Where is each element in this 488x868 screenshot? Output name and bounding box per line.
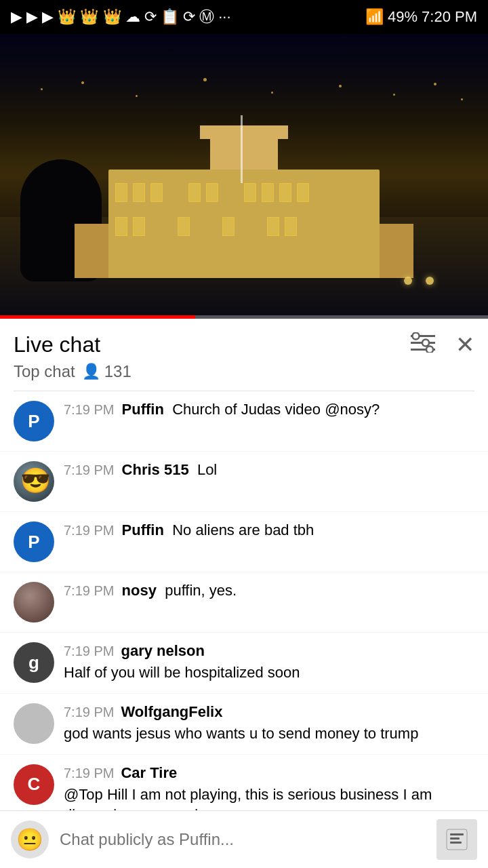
message-text: Church of Judas video @nosy? <box>172 401 380 418</box>
message-content: 7:19 PM Puffin No aliens are bad tbh <box>64 521 474 539</box>
message-author: WolfgangFelix <box>121 703 222 721</box>
message-time: 7:19 PM <box>64 766 114 781</box>
status-bar: ▶ ▶ ▶ 👑 👑 👑 ☁ ⟳ 📋 ⟳ Ⓜ ··· 📶 49% 7:20 PM <box>0 0 488 34</box>
message-author: nosy <box>122 582 165 599</box>
message-author: Puffin <box>122 521 173 539</box>
wifi-icon: 📶 <box>365 8 384 26</box>
svg-point-6 <box>422 339 429 346</box>
chat-input-bar: 😐 <box>0 810 488 868</box>
svg-point-7 <box>426 346 433 353</box>
chat-messages: P 7:19 PM Puffin Church of Judas video @… <box>0 391 488 868</box>
list-item: P 7:19 PM Puffin Church of Judas video @… <box>0 391 488 452</box>
message-time: 7:19 PM <box>64 402 122 418</box>
message-time: 7:19 PM <box>64 583 122 599</box>
top-chat-label: Top chat <box>14 362 75 381</box>
message-author: Car Tire <box>121 764 177 782</box>
viewer-count-number: 131 <box>104 362 131 381</box>
viewer-count: 👤 131 <box>82 362 131 381</box>
message-text: puffin, yes. <box>165 582 237 599</box>
avatar <box>14 703 54 744</box>
list-item: g 7:19 PM gary nelson Half of you will b… <box>0 633 488 694</box>
message-time: 7:19 PM <box>64 462 122 478</box>
avatar: P <box>14 401 54 441</box>
chat-section: Live chat ✕ <box>0 319 488 868</box>
message-content: 7:19 PM nosy puffin, yes. <box>64 582 474 599</box>
time-display: 7:20 PM <box>422 8 477 26</box>
list-item: 7:19 PM nosy puffin, yes. <box>0 572 488 633</box>
message-content: 7:19 PM Puffin Church of Judas video @no… <box>64 401 474 418</box>
chat-title-text: Live chat <box>14 332 100 357</box>
message-author: gary nelson <box>121 642 204 660</box>
message-content: 7:19 PM Chris 515 Lol <box>64 461 474 479</box>
message-content: 7:19 PM gary nelson Half of you will be … <box>64 642 474 684</box>
list-item: 7:19 PM Chris 515 Lol <box>0 452 488 512</box>
message-text: Half of you will be hospitalized soon <box>64 663 474 684</box>
message-time: 7:19 PM <box>64 644 114 659</box>
svg-rect-9 <box>450 833 464 835</box>
message-time: 7:19 PM <box>64 523 122 538</box>
battery-text: 49% <box>388 8 418 26</box>
message-text: Lol <box>197 461 217 479</box>
message-author: Chris 515 <box>122 461 197 479</box>
video-progress[interactable] <box>0 315 488 319</box>
avatar <box>14 582 54 623</box>
message-time: 7:19 PM <box>64 705 114 720</box>
chat-header: Live chat ✕ <box>0 319 488 391</box>
video-player[interactable] <box>0 34 488 319</box>
app-icons: ▶ ▶ ▶ 👑 👑 👑 ☁ ⟳ 📋 ⟳ Ⓜ ··· <box>11 7 231 27</box>
avatar: g <box>14 642 54 683</box>
list-item: 7:19 PM WolfgangFelix god wants jesus wh… <box>0 694 488 755</box>
svg-rect-10 <box>450 837 460 840</box>
filter-button[interactable] <box>411 332 435 357</box>
chat-input[interactable] <box>60 821 426 859</box>
close-button[interactable]: ✕ <box>455 331 474 358</box>
avatar <box>14 461 54 502</box>
list-item: P 7:19 PM Puffin No aliens are bad tbh <box>0 512 488 572</box>
emoji-button[interactable]: 😐 <box>11 821 49 859</box>
message-content: 7:19 PM WolfgangFelix god wants jesus wh… <box>64 703 474 745</box>
message-text: god wants jesus who wants u to send mone… <box>64 724 474 745</box>
send-button[interactable] <box>436 819 477 860</box>
status-icons: ▶ ▶ ▶ 👑 👑 👑 ☁ ⟳ 📋 ⟳ Ⓜ ··· <box>11 7 231 27</box>
message-author: Puffin <box>122 401 173 418</box>
svg-point-5 <box>413 332 420 339</box>
status-system: 📶 49% 7:20 PM <box>365 8 477 26</box>
svg-rect-11 <box>450 842 462 844</box>
avatar: C <box>14 764 54 805</box>
message-text: No aliens are bad tbh <box>172 521 314 539</box>
avatar: P <box>14 521 54 562</box>
person-icon: 👤 <box>82 363 100 380</box>
